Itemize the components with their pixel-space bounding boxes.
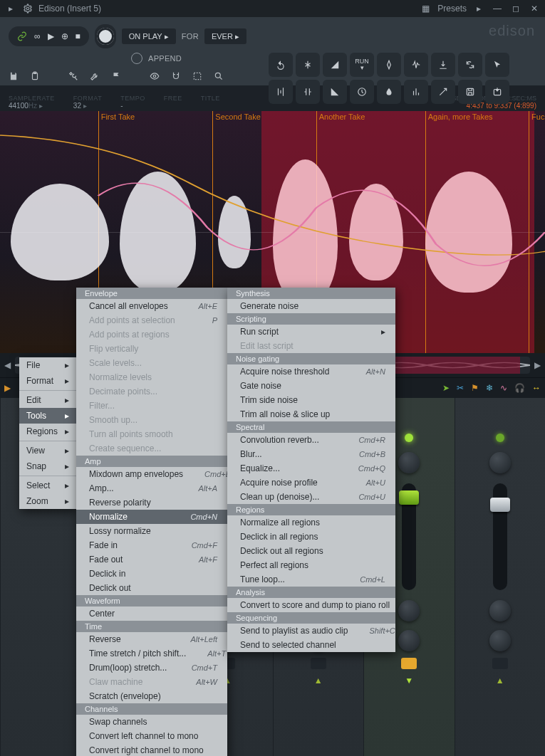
loop-play-icon[interactable]: ⊕ (61, 31, 68, 41)
menu-item[interactable]: Convolution reverb...Cmd+R (227, 433, 395, 447)
env-stretch-icon[interactable]: ↔ (532, 383, 541, 393)
menu-item[interactable]: Acquire noise profileAlt+U (227, 476, 395, 490)
menu-item[interactable]: Gate noise (227, 379, 395, 393)
marker-label[interactable]: Second Take (215, 112, 260, 121)
menu-item[interactable]: Declick in all regions (227, 530, 395, 544)
minimize-icon[interactable]: — (491, 2, 504, 15)
menu-item[interactable]: Center (76, 607, 227, 621)
record-button[interactable] (97, 28, 114, 45)
close-icon[interactable]: ✕ (528, 2, 541, 15)
play-icon[interactable]: ▶ (48, 31, 54, 41)
scroll-left-icon[interactable]: ◀ (4, 360, 11, 370)
menu-item[interactable]: Declick in (76, 567, 227, 581)
magnet-icon[interactable] (171, 71, 181, 81)
menu-item[interactable]: Perfect all regions (227, 558, 395, 572)
caret-icon[interactable]: ▸ (4, 2, 17, 15)
select-icon[interactable] (192, 71, 202, 81)
menu-item-tools[interactable]: Tools▸ (19, 408, 76, 424)
tune-icon[interactable] (377, 53, 401, 77)
presets-label[interactable]: Presets (437, 4, 467, 14)
menu-item[interactable]: Blur...Cmd+B (227, 447, 395, 461)
normalize-icon[interactable] (269, 80, 293, 104)
menu-item[interactable]: Clean up (denoise)...Cmd+U (227, 490, 395, 504)
flag-icon[interactable] (111, 71, 121, 81)
menu-item[interactable]: Generate noise (227, 299, 395, 313)
denoise-icon[interactable] (404, 53, 428, 77)
slice-icon[interactable] (296, 53, 320, 77)
env-arrow-icon[interactable]: ➤ (442, 383, 450, 393)
replace-icon[interactable] (458, 53, 482, 77)
blur-icon[interactable] (377, 80, 401, 104)
paste-icon[interactable] (30, 71, 40, 81)
menu-item[interactable]: Normalize all regions (227, 515, 395, 530)
mixer-track[interactable]: ▲ (455, 398, 546, 756)
menu-item-zoom[interactable]: Zoom▸ (19, 493, 76, 509)
rec-duration[interactable]: EVER ▸ (204, 28, 246, 44)
menu-item[interactable]: Time stretch / pitch shift...Alt+T (76, 646, 227, 661)
caret-icon[interactable]: ▸ (472, 2, 485, 15)
menu-item[interactable]: Send to selected channel (227, 638, 395, 652)
menu-item[interactable]: Convert right channel to mono (76, 743, 227, 756)
env-headphone-icon[interactable]: 🎧 (514, 383, 525, 393)
menu-item[interactable]: Acquire noise thresholdAlt+N (227, 364, 395, 379)
cursor-icon[interactable] (485, 53, 509, 77)
menu-item[interactable]: Lossy normalize (76, 524, 227, 538)
marker-label[interactable]: Again, more Takes (428, 112, 493, 121)
menu-item[interactable]: Trim all noise & slice up (227, 407, 395, 421)
save-file-icon[interactable] (9, 71, 19, 81)
menu-item[interactable]: Swap channels (76, 715, 227, 729)
env-scissors-icon[interactable]: ✂ (457, 383, 464, 393)
menu-item[interactable]: Fade inCmd+F (76, 538, 227, 552)
link-icon[interactable] (17, 31, 27, 41)
grid-icon[interactable]: ▦ (419, 2, 432, 15)
save-icon[interactable] (458, 80, 482, 104)
menu-item[interactable]: Convert left channel to mono (76, 729, 227, 743)
marker-label[interactable]: First Take (101, 112, 135, 121)
menu-item[interactable]: Fade outAlt+F (76, 552, 227, 567)
reverse-icon[interactable] (296, 80, 320, 104)
gear-icon[interactable] (21, 2, 34, 15)
menu-item-select[interactable]: Select▸ (19, 478, 76, 493)
zoom-icon[interactable] (214, 71, 224, 81)
env-curve-icon[interactable]: ∿ (500, 383, 507, 393)
env-flag-icon[interactable]: ⚑ (471, 383, 479, 393)
fade-icon[interactable] (323, 53, 347, 77)
rec-mode[interactable]: ON PLAY ▸ (122, 28, 176, 44)
eq-icon[interactable] (404, 80, 428, 104)
wrench-icon[interactable] (90, 71, 100, 81)
menu-item[interactable]: Run script▸ (227, 325, 395, 339)
send-icon[interactable] (431, 80, 455, 104)
loop-icon[interactable]: ∞ (34, 31, 41, 41)
menu-item[interactable]: Send to playlist as audio clipShift+C (227, 624, 395, 638)
append-toggle[interactable] (131, 53, 142, 64)
menu-item[interactable]: Mixdown amp envelopesCmd+E (76, 467, 227, 481)
menu-item[interactable]: Declick out (76, 581, 227, 595)
insert-icon[interactable] (431, 53, 455, 77)
env-snow-icon[interactable]: ❄ (486, 383, 493, 393)
script-icon[interactable]: RUN▾ (350, 53, 374, 77)
menu-item[interactable]: Amp...Alt+A (76, 481, 227, 495)
maximize-icon[interactable]: ◻ (509, 2, 522, 15)
eye-icon[interactable] (150, 71, 160, 81)
tools-icon[interactable] (68, 71, 78, 81)
mute-button[interactable] (401, 658, 417, 669)
stretch-icon[interactable] (350, 80, 374, 104)
menu-item[interactable]: NormalizeCmd+N (76, 510, 227, 524)
menu-item[interactable]: Declick out all regions (227, 544, 395, 558)
export-icon[interactable] (485, 80, 509, 104)
marker-label[interactable]: Another Take (319, 112, 365, 121)
marker-label[interactable]: Fuck... (531, 112, 545, 121)
menu-item-edit[interactable]: Edit▸ (19, 392, 76, 408)
menu-item-snap[interactable]: Snap▸ (19, 458, 76, 474)
menu-item-regions[interactable]: Regions▸ (19, 424, 76, 439)
play-marker-icon[interactable]: ▶ (4, 383, 11, 393)
menu-item[interactable]: Trim side noise (227, 393, 395, 407)
stop-icon[interactable]: ■ (76, 31, 81, 41)
menu-item-view[interactable]: View▸ (19, 443, 76, 458)
menu-item[interactable]: Tune loop...Cmd+L (227, 572, 395, 587)
undo-icon[interactable] (269, 53, 293, 77)
menu-item[interactable]: Cancel all envelopesAlt+E (76, 299, 227, 313)
menu-item[interactable]: ReverseAlt+Left (76, 632, 227, 646)
menu-item[interactable]: Equalize...Cmd+Q (227, 461, 395, 476)
menu-item[interactable]: Reverse polarity (76, 495, 227, 510)
